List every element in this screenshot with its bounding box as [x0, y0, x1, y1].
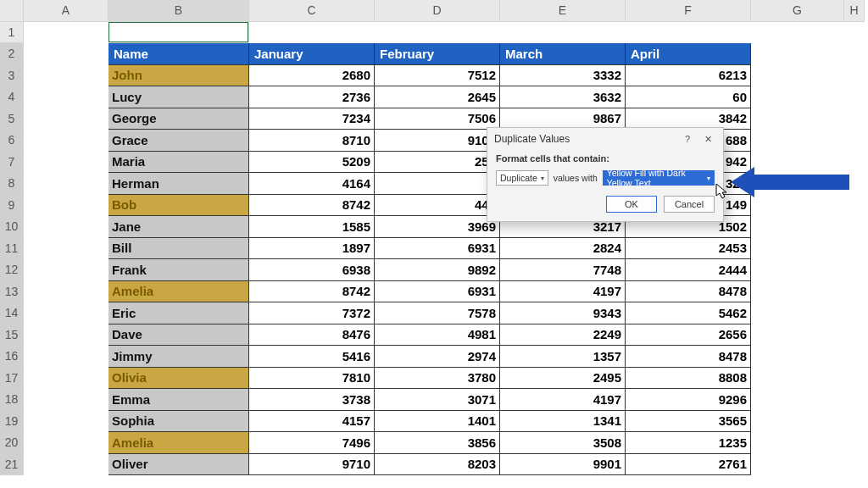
cell-H18[interactable]: [844, 389, 865, 411]
cell-E20[interactable]: 3508: [500, 432, 626, 454]
cell-G2[interactable]: [751, 43, 844, 65]
cell-H9[interactable]: [844, 195, 865, 217]
cell-G6[interactable]: [751, 130, 844, 152]
cell-E16[interactable]: 1357: [500, 346, 626, 368]
cell-E3[interactable]: 3332: [500, 65, 626, 87]
cell-D7[interactable]: 258: [375, 152, 500, 174]
row-header-14[interactable]: 14: [0, 302, 24, 324]
cell-D3[interactable]: 7512: [375, 65, 500, 87]
cell-D9[interactable]: 444: [375, 195, 500, 217]
cell-H16[interactable]: [844, 346, 865, 368]
table-header-april[interactable]: April: [626, 43, 751, 65]
cell-E17[interactable]: 2495: [500, 368, 626, 390]
cell-A2[interactable]: [24, 43, 108, 65]
cell-C18[interactable]: 3738: [249, 389, 375, 411]
cell-B19[interactable]: Sophia: [108, 411, 249, 433]
cell-A8[interactable]: [24, 173, 108, 195]
cell-A6[interactable]: [24, 130, 108, 152]
cell-D18[interactable]: 3071: [375, 389, 500, 411]
ok-button[interactable]: OK: [606, 196, 657, 213]
cell-B6[interactable]: Grace: [108, 130, 249, 152]
row-header-15[interactable]: 15: [0, 324, 24, 347]
row-header-5[interactable]: 5: [0, 108, 24, 130]
row-header-1[interactable]: 1: [0, 22, 24, 44]
cell-A5[interactable]: [24, 108, 108, 130]
table-header-march[interactable]: March: [500, 43, 626, 65]
cell-G20[interactable]: [751, 432, 844, 454]
cell-D15[interactable]: 4981: [375, 324, 500, 347]
cell-B11[interactable]: Bill: [108, 238, 249, 260]
cell-A11[interactable]: [24, 238, 108, 260]
cell-C3[interactable]: 2680: [249, 65, 375, 87]
cell-A21[interactable]: [24, 454, 108, 476]
cell-F4[interactable]: 60: [626, 86, 751, 108]
row-header-12[interactable]: 12: [0, 259, 24, 281]
cell-E12[interactable]: 7748: [500, 259, 626, 281]
duplicate-type-select[interactable]: Duplicate ▾: [496, 170, 548, 186]
cell-B7[interactable]: Maria: [108, 152, 249, 174]
row-header-7[interactable]: 7: [0, 152, 24, 174]
cell-B18[interactable]: Emma: [108, 389, 249, 411]
row-header-17[interactable]: 17: [0, 368, 24, 390]
cell-E18[interactable]: 4197: [500, 389, 626, 411]
cell-H13[interactable]: [844, 281, 865, 303]
cell-B20[interactable]: Amelia: [108, 432, 249, 454]
cell-H6[interactable]: [844, 130, 865, 152]
cell-D14[interactable]: 7578: [375, 302, 500, 324]
table-header-name[interactable]: Name: [108, 43, 249, 65]
column-header-A[interactable]: A: [24, 0, 108, 22]
row-header-18[interactable]: 18: [0, 389, 24, 411]
cell-D1[interactable]: [375, 22, 500, 44]
cell-D21[interactable]: 8203: [375, 454, 500, 476]
close-icon[interactable]: ✕: [698, 131, 718, 147]
cancel-button[interactable]: Cancel: [664, 196, 715, 213]
cell-D4[interactable]: 2645: [375, 86, 500, 108]
cell-C11[interactable]: 1897: [249, 238, 375, 260]
cell-H5[interactable]: [844, 108, 865, 130]
cell-C10[interactable]: 1585: [249, 216, 375, 238]
table-header-january[interactable]: January: [249, 43, 375, 65]
row-header-13[interactable]: 13: [0, 281, 24, 303]
cell-B16[interactable]: Jimmy: [108, 346, 249, 368]
cell-D5[interactable]: 7506: [375, 108, 500, 130]
cell-F12[interactable]: 2444: [626, 259, 751, 281]
cell-G13[interactable]: [751, 281, 844, 303]
cell-E14[interactable]: 9343: [500, 302, 626, 324]
cell-G9[interactable]: [751, 195, 844, 217]
cell-H10[interactable]: [844, 216, 865, 238]
cell-A19[interactable]: [24, 411, 108, 433]
cell-F17[interactable]: 8808: [626, 368, 751, 390]
cell-D13[interactable]: 6931: [375, 281, 500, 303]
cell-H1[interactable]: [844, 22, 865, 44]
column-header-H[interactable]: H: [844, 0, 865, 22]
cell-C14[interactable]: 7372: [249, 302, 375, 324]
cell-E21[interactable]: 9901: [500, 454, 626, 476]
cell-E11[interactable]: 2824: [500, 238, 626, 260]
cell-F18[interactable]: 9296: [626, 389, 751, 411]
row-header-4[interactable]: 4: [0, 86, 24, 108]
cell-C13[interactable]: 8742: [249, 281, 375, 303]
cell-E4[interactable]: 3632: [500, 86, 626, 108]
cell-G21[interactable]: [751, 454, 844, 476]
spreadsheet-grid[interactable]: ABCDEFGH12NameJanuaryFebruaryMarchApril3…: [0, 0, 868, 475]
cell-A12[interactable]: [24, 259, 108, 281]
cell-H17[interactable]: [844, 368, 865, 390]
cell-A15[interactable]: [24, 324, 108, 347]
cell-A18[interactable]: [24, 389, 108, 411]
row-header-11[interactable]: 11: [0, 238, 24, 260]
cell-B17[interactable]: Olivia: [108, 368, 249, 390]
cell-H2[interactable]: [844, 43, 865, 65]
cell-H12[interactable]: [844, 259, 865, 281]
help-icon[interactable]: ?: [677, 131, 698, 147]
cell-D16[interactable]: 2974: [375, 346, 500, 368]
cell-D12[interactable]: 9892: [375, 259, 500, 281]
cell-C16[interactable]: 5416: [249, 346, 375, 368]
cell-C12[interactable]: 6938: [249, 259, 375, 281]
cell-D20[interactable]: 3856: [375, 432, 500, 454]
cell-H20[interactable]: [844, 432, 865, 454]
cell-G17[interactable]: [751, 368, 844, 390]
cell-A7[interactable]: [24, 152, 108, 174]
cell-C8[interactable]: 4164: [249, 173, 375, 195]
column-header-G[interactable]: G: [751, 0, 844, 22]
cell-B5[interactable]: George: [108, 108, 249, 130]
